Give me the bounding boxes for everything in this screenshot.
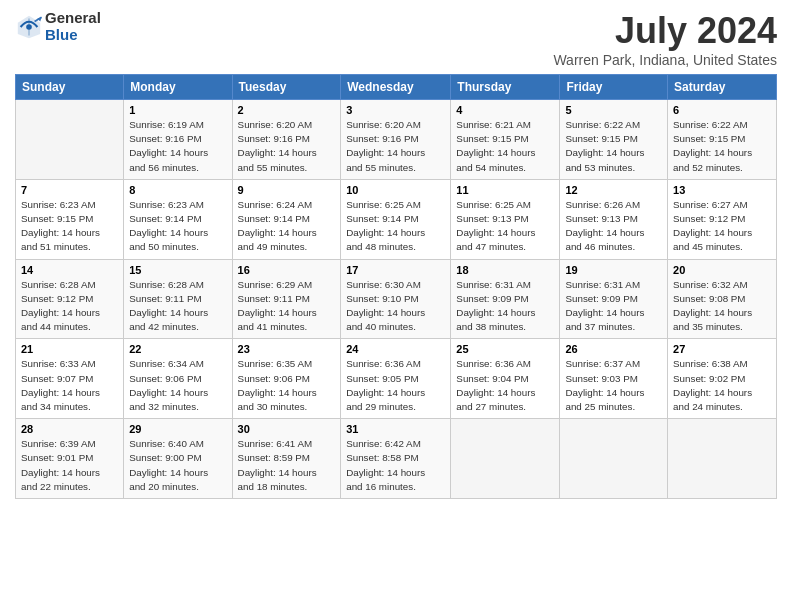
day-info: Sunrise: 6:25 AM Sunset: 9:13 PM Dayligh… — [456, 198, 554, 255]
calendar-cell: 17Sunrise: 6:30 AM Sunset: 9:10 PM Dayli… — [341, 259, 451, 339]
logo: General Blue — [15, 10, 101, 43]
day-number: 9 — [238, 184, 336, 196]
day-number: 12 — [565, 184, 662, 196]
calendar-cell — [16, 100, 124, 180]
day-number: 10 — [346, 184, 445, 196]
calendar-cell: 18Sunrise: 6:31 AM Sunset: 9:09 PM Dayli… — [451, 259, 560, 339]
day-info: Sunrise: 6:38 AM Sunset: 9:02 PM Dayligh… — [673, 357, 771, 414]
day-info: Sunrise: 6:24 AM Sunset: 9:14 PM Dayligh… — [238, 198, 336, 255]
day-number: 4 — [456, 104, 554, 116]
calendar-cell: 4Sunrise: 6:21 AM Sunset: 9:15 PM Daylig… — [451, 100, 560, 180]
day-number: 11 — [456, 184, 554, 196]
day-info: Sunrise: 6:34 AM Sunset: 9:06 PM Dayligh… — [129, 357, 226, 414]
day-number: 27 — [673, 343, 771, 355]
day-info: Sunrise: 6:41 AM Sunset: 8:59 PM Dayligh… — [238, 437, 336, 494]
calendar-cell: 19Sunrise: 6:31 AM Sunset: 9:09 PM Dayli… — [560, 259, 668, 339]
week-row-4: 21Sunrise: 6:33 AM Sunset: 9:07 PM Dayli… — [16, 339, 777, 419]
day-info: Sunrise: 6:35 AM Sunset: 9:06 PM Dayligh… — [238, 357, 336, 414]
day-number: 21 — [21, 343, 118, 355]
day-number: 13 — [673, 184, 771, 196]
calendar-cell: 31Sunrise: 6:42 AM Sunset: 8:58 PM Dayli… — [341, 419, 451, 499]
day-number: 16 — [238, 264, 336, 276]
day-number: 19 — [565, 264, 662, 276]
day-info: Sunrise: 6:20 AM Sunset: 9:16 PM Dayligh… — [346, 118, 445, 175]
day-info: Sunrise: 6:20 AM Sunset: 9:16 PM Dayligh… — [238, 118, 336, 175]
day-info: Sunrise: 6:30 AM Sunset: 9:10 PM Dayligh… — [346, 278, 445, 335]
header-sunday: Sunday — [16, 75, 124, 100]
calendar-cell: 26Sunrise: 6:37 AM Sunset: 9:03 PM Dayli… — [560, 339, 668, 419]
calendar-cell: 29Sunrise: 6:40 AM Sunset: 9:00 PM Dayli… — [124, 419, 232, 499]
header-friday: Friday — [560, 75, 668, 100]
day-info: Sunrise: 6:39 AM Sunset: 9:01 PM Dayligh… — [21, 437, 118, 494]
calendar-cell: 14Sunrise: 6:28 AM Sunset: 9:12 PM Dayli… — [16, 259, 124, 339]
day-info: Sunrise: 6:23 AM Sunset: 9:15 PM Dayligh… — [21, 198, 118, 255]
calendar-cell: 6Sunrise: 6:22 AM Sunset: 9:15 PM Daylig… — [668, 100, 777, 180]
header-monday: Monday — [124, 75, 232, 100]
calendar-cell: 15Sunrise: 6:28 AM Sunset: 9:11 PM Dayli… — [124, 259, 232, 339]
day-number: 7 — [21, 184, 118, 196]
calendar-cell: 27Sunrise: 6:38 AM Sunset: 9:02 PM Dayli… — [668, 339, 777, 419]
calendar-cell: 2Sunrise: 6:20 AM Sunset: 9:16 PM Daylig… — [232, 100, 341, 180]
svg-point-2 — [26, 24, 32, 30]
week-row-3: 14Sunrise: 6:28 AM Sunset: 9:12 PM Dayli… — [16, 259, 777, 339]
days-header-row: Sunday Monday Tuesday Wednesday Thursday… — [16, 75, 777, 100]
day-info: Sunrise: 6:28 AM Sunset: 9:12 PM Dayligh… — [21, 278, 118, 335]
day-info: Sunrise: 6:37 AM Sunset: 9:03 PM Dayligh… — [565, 357, 662, 414]
day-info: Sunrise: 6:31 AM Sunset: 9:09 PM Dayligh… — [565, 278, 662, 335]
calendar-cell: 10Sunrise: 6:25 AM Sunset: 9:14 PM Dayli… — [341, 179, 451, 259]
calendar-page: General Blue July 2024 Warren Park, Indi… — [0, 0, 792, 612]
logo-text: General Blue — [45, 10, 101, 43]
day-number: 15 — [129, 264, 226, 276]
day-info: Sunrise: 6:22 AM Sunset: 9:15 PM Dayligh… — [673, 118, 771, 175]
day-number: 6 — [673, 104, 771, 116]
calendar-cell — [668, 419, 777, 499]
calendar-cell: 22Sunrise: 6:34 AM Sunset: 9:06 PM Dayli… — [124, 339, 232, 419]
calendar-cell: 1Sunrise: 6:19 AM Sunset: 9:16 PM Daylig… — [124, 100, 232, 180]
day-number: 8 — [129, 184, 226, 196]
day-number: 26 — [565, 343, 662, 355]
day-number: 1 — [129, 104, 226, 116]
day-number: 3 — [346, 104, 445, 116]
calendar-cell — [451, 419, 560, 499]
day-info: Sunrise: 6:42 AM Sunset: 8:58 PM Dayligh… — [346, 437, 445, 494]
day-number: 23 — [238, 343, 336, 355]
day-number: 28 — [21, 423, 118, 435]
header-tuesday: Tuesday — [232, 75, 341, 100]
day-number: 31 — [346, 423, 445, 435]
header-wednesday: Wednesday — [341, 75, 451, 100]
day-number: 18 — [456, 264, 554, 276]
calendar-cell: 21Sunrise: 6:33 AM Sunset: 9:07 PM Dayli… — [16, 339, 124, 419]
day-info: Sunrise: 6:26 AM Sunset: 9:13 PM Dayligh… — [565, 198, 662, 255]
main-title: July 2024 — [553, 10, 777, 52]
header: General Blue July 2024 Warren Park, Indi… — [15, 10, 777, 68]
day-number: 14 — [21, 264, 118, 276]
calendar-cell: 12Sunrise: 6:26 AM Sunset: 9:13 PM Dayli… — [560, 179, 668, 259]
calendar-cell: 5Sunrise: 6:22 AM Sunset: 9:15 PM Daylig… — [560, 100, 668, 180]
day-number: 5 — [565, 104, 662, 116]
calendar-cell: 30Sunrise: 6:41 AM Sunset: 8:59 PM Dayli… — [232, 419, 341, 499]
day-info: Sunrise: 6:28 AM Sunset: 9:11 PM Dayligh… — [129, 278, 226, 335]
calendar-cell — [560, 419, 668, 499]
day-number: 20 — [673, 264, 771, 276]
day-info: Sunrise: 6:23 AM Sunset: 9:14 PM Dayligh… — [129, 198, 226, 255]
calendar-cell: 28Sunrise: 6:39 AM Sunset: 9:01 PM Dayli… — [16, 419, 124, 499]
day-info: Sunrise: 6:21 AM Sunset: 9:15 PM Dayligh… — [456, 118, 554, 175]
day-number: 22 — [129, 343, 226, 355]
day-info: Sunrise: 6:36 AM Sunset: 9:05 PM Dayligh… — [346, 357, 445, 414]
day-info: Sunrise: 6:27 AM Sunset: 9:12 PM Dayligh… — [673, 198, 771, 255]
calendar-cell: 9Sunrise: 6:24 AM Sunset: 9:14 PM Daylig… — [232, 179, 341, 259]
day-info: Sunrise: 6:32 AM Sunset: 9:08 PM Dayligh… — [673, 278, 771, 335]
header-thursday: Thursday — [451, 75, 560, 100]
logo-general-text: General — [45, 10, 101, 27]
subtitle: Warren Park, Indiana, United States — [553, 52, 777, 68]
day-number: 24 — [346, 343, 445, 355]
calendar-cell: 8Sunrise: 6:23 AM Sunset: 9:14 PM Daylig… — [124, 179, 232, 259]
calendar-cell: 24Sunrise: 6:36 AM Sunset: 9:05 PM Dayli… — [341, 339, 451, 419]
calendar-cell: 20Sunrise: 6:32 AM Sunset: 9:08 PM Dayli… — [668, 259, 777, 339]
day-info: Sunrise: 6:31 AM Sunset: 9:09 PM Dayligh… — [456, 278, 554, 335]
header-saturday: Saturday — [668, 75, 777, 100]
day-number: 30 — [238, 423, 336, 435]
day-number: 25 — [456, 343, 554, 355]
day-info: Sunrise: 6:33 AM Sunset: 9:07 PM Dayligh… — [21, 357, 118, 414]
title-area: July 2024 Warren Park, Indiana, United S… — [553, 10, 777, 68]
